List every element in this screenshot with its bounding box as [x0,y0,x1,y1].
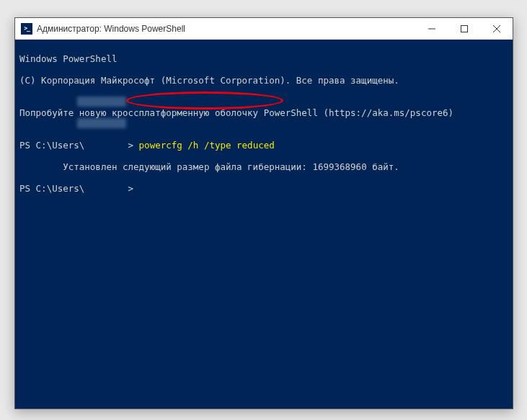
svg-rect-1 [461,25,467,32]
terminal-result-line: Установлен следующий размер файла гиберн… [19,161,508,172]
titlebar[interactable]: Администратор: Windows PowerShell [15,18,513,40]
titlebar-left: Администратор: Windows PowerShell [15,23,415,35]
result-text: Установлен следующий размер файла гиберн… [63,161,399,172]
blur-overlay [77,118,126,128]
terminal-area[interactable]: Windows PowerShell (C) Корпорация Майкро… [15,40,513,294]
close-button[interactable] [480,18,513,40]
minimize-button[interactable] [415,18,448,40]
blur-overlay [77,97,126,107]
user-hidden [84,183,128,194]
terminal-line: (C) Корпорация Майкрософт (Microsoft Cor… [19,75,508,86]
maximize-button[interactable] [448,18,480,40]
prompt-gt: > [128,183,134,194]
window-controls [415,18,513,40]
window-title: Администратор: Windows PowerShell [37,24,185,34]
powershell-window: Администратор: Windows PowerShell Window… [14,17,513,409]
terminal-line: Windows PowerShell [19,53,508,64]
terminal-prompt-line: PS C:\Users\ > [19,183,508,194]
prompt-prefix: PS C:\Users\ [19,183,84,194]
terminal-prompt-line: PS C:\Users\ > powercfg /h /type reduced [19,140,508,151]
user-hidden [84,140,128,151]
prompt-gt: > [128,140,139,151]
command-text: powercfg /h /type reduced [139,140,275,151]
terminal-line: Попробуйте новую кроссплатформенную обол… [19,107,508,118]
powershell-icon [21,23,32,35]
prompt-prefix: PS C:\Users\ [19,140,84,151]
